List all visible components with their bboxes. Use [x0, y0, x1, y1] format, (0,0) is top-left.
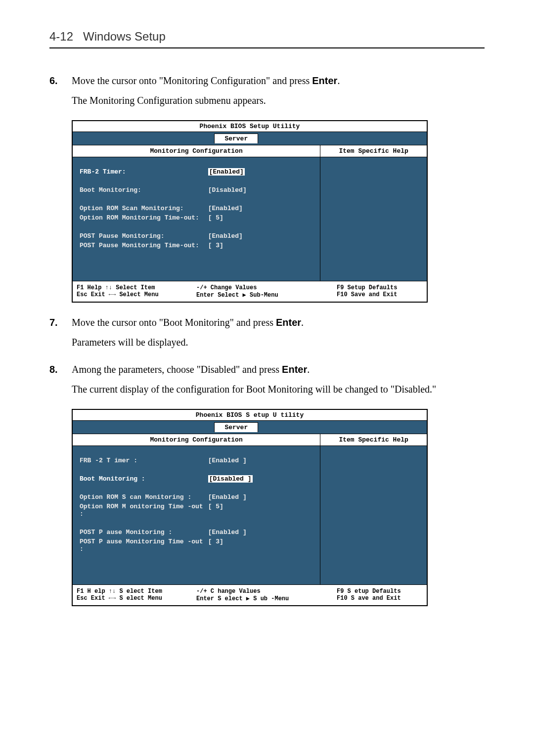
bios-footer: F1 H elp ↑↓ S elect Item Esc Exit ←→ S e… — [73, 585, 427, 605]
step-number: 7. — [49, 315, 72, 330]
bios-screenshot-2: Phoenix BIOS S etup U tility Server Moni… — [72, 409, 428, 606]
page-number: 4-12 — [49, 30, 73, 43]
step-8-after: The current display of the configuration… — [72, 382, 485, 397]
bios-help-body — [320, 157, 427, 281]
bios-row-post-pause: POST Pause Monitoring: [Enabled] — [80, 232, 313, 240]
bios-footer: F1 Help ↑↓ Select Item Esc Exit ←→ Selec… — [73, 281, 427, 302]
bios-row-post-pause-timeout: POST Pause Monitoring Time-out: [ 3] — [80, 242, 313, 249]
step-7: 7. Move the cursor onto "Boot Monitoring… — [49, 315, 485, 330]
step-text: Move the cursor onto "Monitoring Configu… — [72, 73, 485, 88]
bios-value-selected: [Enabled] — [208, 168, 245, 176]
bios-row-post-pause-timeout: POST P ause Monitoring Time -out : [ 3] — [80, 538, 313, 553]
bios-tab-row: Server — [73, 132, 427, 145]
page-header: 4-12 Windows Setup — [49, 30, 485, 48]
bios-row-frb2: FRB -2 T imer : [Enabled ] — [80, 457, 313, 464]
bios-row-option-rom-scan: Option ROM Scan Monitoring: [Enabled] — [80, 205, 313, 212]
bios-settings: FRB-2 Timer: [Enabled] Boot Monitoring: … — [73, 157, 320, 281]
bios-tab-row: Server — [73, 421, 427, 434]
step-6: 6. Move the cursor onto "Monitoring Conf… — [49, 73, 485, 88]
step-text: Move the cursor onto "Boot Monitoring" a… — [72, 315, 485, 330]
step-8: 8. Among the parameters, choose "Disable… — [49, 362, 485, 377]
step-6-after: The Monitoring Configuration submenu app… — [72, 93, 485, 108]
bios-title: Phoenix BIOS Setup Utility — [73, 121, 427, 132]
bios-help-body — [320, 446, 427, 570]
step-number: 6. — [49, 73, 72, 88]
bios-settings: FRB -2 T imer : [Enabled ] Boot Monitori… — [73, 446, 320, 584]
key-enter: Enter — [312, 75, 337, 86]
step-number: 8. — [49, 362, 72, 377]
bios-screenshot-1: Phoenix BIOS Setup Utility Server Monito… — [72, 120, 428, 303]
bios-subheader: Monitoring Configuration — [73, 434, 320, 446]
bios-value-selected: [Disabled ] — [208, 475, 253, 483]
key-enter: Enter — [282, 364, 307, 375]
bios-row-boot-monitoring: Boot Monitoring: [Disabled] — [80, 186, 313, 194]
bios-help-header: Item Specific Help — [320, 145, 427, 157]
bios-title: Phoenix BIOS S etup U tility — [73, 410, 427, 421]
bios-row-option-rom-scan: Option ROM S can Monitoring : [Enabled ] — [80, 493, 313, 501]
bios-help-header: Item Specific Help — [320, 434, 427, 446]
bios-subheader: Monitoring Configuration — [73, 145, 320, 157]
step-text: Among the parameters, choose "Disabled" … — [72, 362, 485, 377]
step-7-after: Parameters will be displayed. — [72, 335, 485, 350]
bios-row-option-rom-timeout: Option ROM Monitoring Time-out: [ 5] — [80, 214, 313, 222]
bios-row-option-rom-timeout: Option ROM M onitoring Time -out : [ 5] — [80, 503, 313, 518]
bios-row-frb2: FRB-2 Timer: [Enabled] — [80, 168, 313, 176]
bios-tab-server: Server — [214, 133, 258, 143]
bios-row-post-pause: POST P ause Monitoring : [Enabled ] — [80, 529, 313, 536]
bios-tab-server: Server — [214, 422, 258, 432]
key-enter: Enter — [276, 317, 301, 328]
bios-row-boot-monitoring: Boot Monitoring : [Disabled ] — [80, 475, 313, 483]
page-section: Windows Setup — [83, 30, 166, 43]
